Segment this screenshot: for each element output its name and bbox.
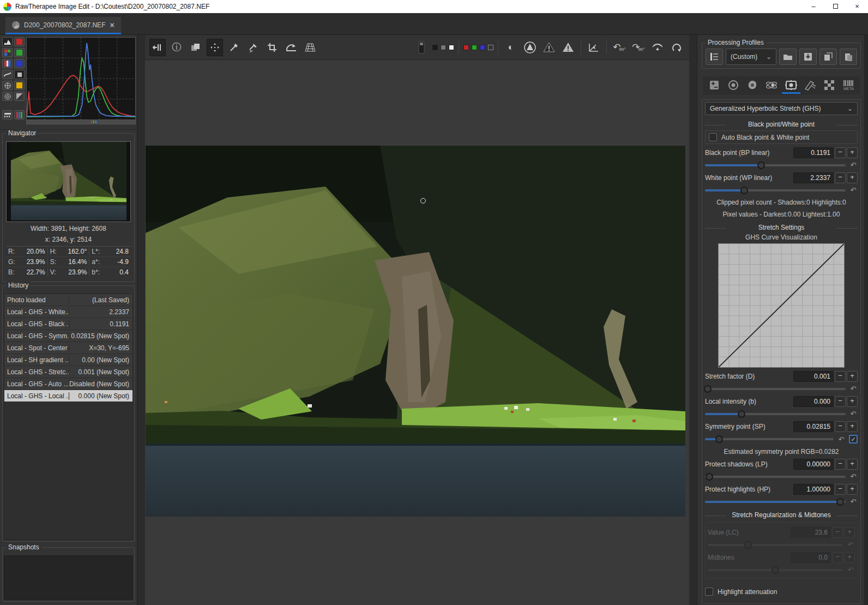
chroma-channel-button[interactable]: [14, 81, 25, 90]
flip-horizontal-button[interactable]: [649, 39, 666, 56]
save-profile-button[interactable]: [799, 49, 817, 65]
scale-options-button[interactable]: [2, 110, 13, 119]
slider-knob[interactable]: [738, 410, 745, 418]
stretch-factor-track[interactable]: [705, 388, 846, 390]
decrement-button[interactable]: −: [835, 459, 846, 470]
rotate-left-button[interactable]: ↶90°: [611, 39, 628, 56]
hand-tool-button[interactable]: [207, 39, 223, 56]
highlight-attenuation-checkbox[interactable]: [705, 588, 713, 596]
decrement-button[interactable]: −: [835, 484, 846, 495]
white-balance-picker-button[interactable]: [226, 39, 242, 56]
history-row[interactable]: Local - SH gradient ...0.00 (New Spot): [4, 354, 132, 366]
protect-shadows-value[interactable]: 0.00000: [793, 459, 834, 470]
protect-shadows-track[interactable]: [705, 476, 846, 478]
perspective-button[interactable]: [302, 39, 318, 56]
local-intensity-value[interactable]: 0.000: [793, 396, 834, 407]
increment-button[interactable]: +: [847, 147, 858, 158]
vectorscope-hs-button[interactable]: [2, 81, 13, 90]
vectorscope-hc-button[interactable]: [2, 92, 13, 101]
tab-detail[interactable]: [724, 77, 743, 94]
reset-icon[interactable]: ↶: [849, 186, 858, 194]
tab-exposure[interactable]: [705, 77, 724, 94]
increment-button[interactable]: +: [847, 396, 858, 407]
increment-button[interactable]: +: [847, 459, 858, 470]
tab-advanced[interactable]: [762, 77, 781, 94]
luma-channel-toggle[interactable]: [488, 45, 493, 50]
red-channel-toggle[interactable]: [463, 45, 469, 50]
auto-bpwp-checkbox[interactable]: [709, 133, 717, 141]
protect-highlights-track[interactable]: [705, 501, 846, 503]
auto-bpwp-row[interactable]: Auto Black point & White point: [705, 130, 858, 144]
photo[interactable]: [146, 146, 685, 517]
raw-mode-button[interactable]: [14, 92, 25, 101]
minimize-button[interactable]: –: [803, 0, 824, 13]
tab-local-adjustments[interactable]: [782, 77, 800, 94]
restore-button[interactable]: [824, 0, 846, 13]
reset-icon[interactable]: ↶: [837, 435, 846, 444]
increment-button[interactable]: +: [847, 172, 858, 183]
load-profile-button[interactable]: [779, 49, 797, 65]
image-tab[interactable]: D200_20070802_2087.NEF ×: [5, 17, 121, 34]
tab-transform[interactable]: [801, 77, 819, 94]
angle-select-button[interactable]: [586, 39, 602, 56]
reset-icon[interactable]: ↶: [849, 498, 858, 506]
history-row[interactable]: Local - GHS - Auto ...Disabled (New Spot…: [4, 378, 132, 390]
green-channel-toggle[interactable]: [472, 45, 477, 50]
white-point-track[interactable]: [705, 189, 846, 191]
profile-select[interactable]: (Custom) ⌄: [726, 49, 776, 65]
protect-highlights-value[interactable]: 1.00000: [793, 484, 834, 495]
history-row[interactable]: Local - Spot - CenterX=30, Y=-695: [4, 342, 132, 354]
image-canvas[interactable]: [145, 60, 689, 605]
focus-mask-button[interactable]: [522, 39, 538, 56]
flip-vertical-button[interactable]: [668, 39, 685, 56]
reset-icon[interactable]: ↶: [849, 161, 858, 169]
red-channel-button[interactable]: [14, 37, 25, 46]
history-row-selected[interactable]: Local - GHS - Local ...0.000 (New Spot): [4, 390, 132, 402]
history-row[interactable]: Photo loaded(Last Saved): [4, 294, 132, 306]
rgb-mode-button[interactable]: [2, 48, 13, 57]
straighten-button[interactable]: [283, 39, 299, 56]
increment-button[interactable]: +: [847, 421, 858, 432]
snapshots-list[interactable]: [4, 555, 133, 600]
navigator-thumbnail[interactable]: [6, 141, 131, 222]
crop-button[interactable]: [264, 39, 280, 56]
copy-profile-button[interactable]: [819, 49, 837, 65]
local-intensity-track[interactable]: [705, 413, 846, 415]
ghs-method-select[interactable]: Generalized Hyperbolic Stretch (GHS) ⌄: [705, 102, 858, 115]
background-color-selector[interactable]: [413, 39, 430, 56]
right-panel-divider[interactable]: [689, 35, 697, 605]
black-point-value[interactable]: 0.1191: [793, 147, 834, 158]
bar-indicator-button[interactable]: [14, 110, 25, 119]
waveform-button[interactable]: [2, 70, 13, 79]
info-button[interactable]: ⓘ: [168, 39, 185, 56]
stretch-factor-value[interactable]: 0.001: [793, 371, 834, 382]
rotate-right-button[interactable]: ↷90°: [630, 39, 647, 56]
increment-button[interactable]: +: [847, 484, 858, 495]
bg-white-button[interactable]: [449, 45, 454, 50]
decrement-button[interactable]: −: [835, 371, 846, 382]
history-row[interactable]: Local - GHS - Black ...0.1191: [4, 318, 132, 330]
decrement-button[interactable]: −: [835, 147, 846, 158]
slider-knob[interactable]: [757, 161, 765, 169]
tab-raw[interactable]: [820, 77, 839, 94]
fill-mode-button[interactable]: [706, 49, 723, 65]
left-panel-divider[interactable]: [137, 35, 145, 605]
history-row[interactable]: Local - GHS - Stretc...0.001 (New Spot): [4, 366, 132, 378]
slider-knob[interactable]: [715, 435, 723, 443]
shadow-clipping-button[interactable]: [541, 39, 557, 56]
decrement-button[interactable]: −: [835, 396, 846, 407]
reset-icon[interactable]: ↶: [849, 410, 858, 418]
close-button[interactable]: ×: [846, 0, 868, 13]
hide-left-panel-button[interactable]: [149, 39, 166, 56]
history-row[interactable]: Local - GHS - White...2.2337: [4, 306, 132, 318]
bg-black-button[interactable]: [432, 45, 438, 50]
sharpening-preview-button[interactable]: ◐: [503, 39, 519, 56]
symmetry-auto-checkbox[interactable]: ✓: [849, 435, 858, 444]
highlight-attenuation-row[interactable]: Highlight attenuation: [705, 586, 858, 597]
black-point-track[interactable]: [705, 164, 846, 166]
decrement-button[interactable]: −: [835, 421, 846, 432]
blue-channel-button[interactable]: [14, 59, 25, 68]
reset-icon[interactable]: ↶: [849, 472, 858, 481]
slider-knob[interactable]: [706, 473, 713, 481]
right-panel-scrollbar[interactable]: [864, 35, 868, 605]
